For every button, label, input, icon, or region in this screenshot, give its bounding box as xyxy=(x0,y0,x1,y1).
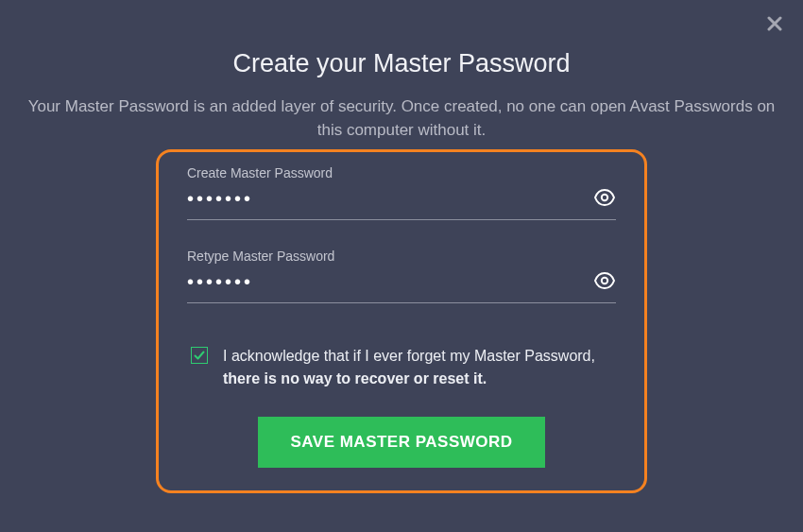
toggle-visibility-create-button[interactable] xyxy=(586,184,616,214)
page-title: Create your Master Password xyxy=(0,49,803,78)
acknowledge-text-bold: there is no way to recover or reset it. xyxy=(223,370,487,386)
acknowledge-text: I acknowledge that if I ever forget my M… xyxy=(223,345,616,390)
toggle-visibility-retype-button[interactable] xyxy=(586,267,616,297)
create-password-input[interactable] xyxy=(187,188,586,210)
eye-icon xyxy=(593,269,616,295)
retype-password-label: Retype Master Password xyxy=(187,249,616,264)
acknowledge-text-prefix: I acknowledge that if I ever forget my M… xyxy=(223,348,595,364)
svg-point-0 xyxy=(602,195,607,200)
create-password-field: Create Master Password xyxy=(187,165,616,220)
retype-password-field: Retype Master Password xyxy=(187,249,616,303)
page-subtitle: Your Master Password is an added layer o… xyxy=(24,95,779,142)
acknowledge-checkbox[interactable] xyxy=(191,347,208,364)
save-master-password-button[interactable]: Save Master Password xyxy=(258,417,544,468)
svg-point-1 xyxy=(602,278,607,283)
eye-icon xyxy=(593,186,616,212)
retype-password-input[interactable] xyxy=(187,271,586,293)
checkmark-icon xyxy=(193,349,206,362)
create-password-label: Create Master Password xyxy=(187,165,616,180)
close-icon[interactable] xyxy=(767,15,782,34)
form-panel: Create Master Password Retype Master Pas… xyxy=(156,149,647,493)
